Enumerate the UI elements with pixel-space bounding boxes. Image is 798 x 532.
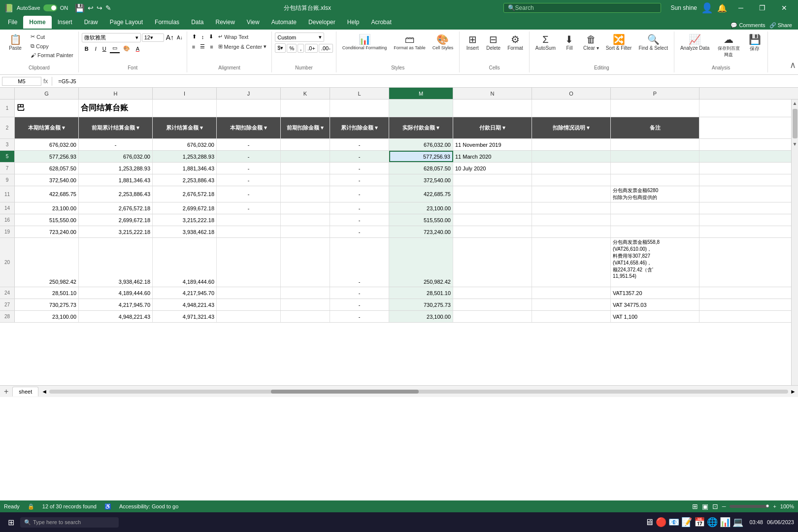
format-painter-button[interactable]: 🖌 Format Painter [29, 51, 75, 59]
save-button[interactable]: 💾 保存 [745, 33, 765, 54]
cell-l1[interactable] [330, 100, 389, 117]
normal-view-button[interactable]: ⊞ [692, 502, 698, 510]
cell-k24[interactable] [281, 287, 330, 299]
tab-acrobat[interactable]: Acrobat [365, 16, 397, 29]
taskbar-app-2[interactable]: 🔴 [656, 517, 666, 528]
page-break-view-button[interactable]: ⊡ [712, 502, 718, 510]
scroll-down-arrow[interactable]: ▼ [792, 140, 798, 148]
tab-data[interactable]: Data [185, 16, 209, 29]
find-select-button[interactable]: 🔍 Find & Select [635, 33, 670, 53]
cell-j28[interactable] [217, 311, 281, 322]
tab-page-layout[interactable]: Page Layout [104, 16, 149, 29]
cell-m16[interactable]: 515,550.00 [389, 214, 453, 226]
cell-k9[interactable] [281, 174, 330, 186]
cell-l16[interactable]: - [330, 214, 389, 226]
cell-p27[interactable]: VAT 34775.03 [611, 299, 699, 310]
cell-k7[interactable] [281, 163, 330, 174]
cell-p20[interactable]: 分包商发票金额558,8 (VAT26,610.00)， 料费用等307,827… [611, 238, 699, 287]
function-wizard-icon[interactable]: fx [43, 78, 48, 85]
cell-i14[interactable]: 2,699,672.18 [153, 202, 217, 214]
col-header-p[interactable]: P [611, 88, 699, 99]
percent-button[interactable]: % [287, 44, 297, 53]
cell-m11[interactable]: 422,685.75 [389, 186, 453, 202]
cell-k20[interactable] [281, 238, 330, 287]
cell-n5[interactable]: 11 March 2020 [453, 151, 532, 162]
decrease-font-size-button[interactable]: A↓ [176, 34, 184, 41]
cell-g9[interactable]: 372,540.00 [15, 174, 79, 186]
cell-l5[interactable]: - [330, 151, 389, 162]
scroll-right-arrow[interactable]: ► [790, 388, 796, 395]
cell-j9[interactable]: - [217, 174, 281, 186]
align-bottom-button[interactable]: ⬇ [207, 33, 215, 41]
merge-center-button[interactable]: ⊞ Merge & Center ▾ [216, 42, 269, 51]
cell-j19[interactable] [217, 226, 281, 237]
cell-n14[interactable] [453, 202, 532, 214]
border-button[interactable]: ▭ [110, 44, 120, 53]
align-top-button[interactable]: ⬆ [190, 33, 199, 41]
cell-h24[interactable]: 4,189,444.60 [79, 287, 153, 299]
wrap-text-button[interactable]: ↵ Wrap Text [216, 33, 250, 41]
cell-j5[interactable]: - [217, 151, 281, 162]
title-search-input[interactable] [515, 4, 643, 11]
cell-i11[interactable]: 2,676,572.18 [153, 186, 217, 202]
redo-icon[interactable]: ↪ [97, 4, 102, 12]
cell-p3[interactable] [611, 139, 699, 150]
cell-g20[interactable]: 250,982.42 [15, 238, 79, 287]
cell-n1[interactable] [453, 100, 532, 117]
cell-m1[interactable] [389, 100, 453, 117]
cell-l28[interactable]: - [330, 311, 389, 322]
cell-o16[interactable] [532, 214, 611, 226]
cell-n2[interactable]: 付款日期 ▾ [453, 117, 532, 138]
format-button[interactable]: ⚙ Format [504, 33, 526, 53]
cell-styles-button[interactable]: 🎨 Cell Styles [430, 33, 457, 52]
conditional-formatting-button[interactable]: 📊 Conditional Formatting [339, 33, 390, 52]
cell-m3[interactable]: 676,032.00 [389, 139, 453, 150]
cell-m20[interactable]: 250,982.42 [389, 238, 453, 287]
cell-h9[interactable]: 1,881,346.43 [79, 174, 153, 186]
cell-h27[interactable]: 4,217,945.70 [79, 299, 153, 310]
cell-n19[interactable] [453, 226, 532, 237]
cell-k2[interactable]: 前期扣除金额 ▾ [281, 117, 330, 138]
cell-l11[interactable]: - [330, 186, 389, 202]
cell-k28[interactable] [281, 311, 330, 322]
cell-m24[interactable]: 28,501.10 [389, 287, 453, 299]
close-button[interactable]: ✕ [774, 1, 794, 15]
cell-o3[interactable] [532, 139, 611, 150]
cell-i24[interactable]: 4,217,945.70 [153, 287, 217, 299]
sort-filter-button[interactable]: 🔀 Sort & Filter [603, 33, 635, 53]
cell-h20[interactable]: 3,938,462.18 [79, 238, 153, 287]
cell-k1[interactable] [281, 100, 330, 117]
cell-h16[interactable]: 2,699,672.18 [79, 214, 153, 226]
scroll-thumb[interactable] [793, 109, 798, 138]
cell-h11[interactable]: 2,253,886.43 [79, 186, 153, 202]
cell-h19[interactable]: 3,215,222.18 [79, 226, 153, 237]
cut-button[interactable]: ✂ Cut [29, 33, 75, 41]
cell-h5[interactable]: 676,032.00 [79, 151, 153, 162]
font-color-button[interactable]: A [133, 45, 142, 53]
cell-o11[interactable] [532, 186, 611, 202]
horizontal-scroll[interactable]: ◄ ► [39, 386, 798, 398]
col-header-m[interactable]: M [389, 88, 453, 99]
cell-i20[interactable]: 4,189,444.60 [153, 238, 217, 287]
cell-o14[interactable] [532, 202, 611, 214]
tab-formulas[interactable]: Formulas [149, 16, 185, 29]
cell-k11[interactable] [281, 186, 330, 202]
comments-button[interactable]: 💬 Comments [731, 22, 765, 29]
cell-g3[interactable]: 676,032.00 [15, 139, 79, 150]
currency-button[interactable]: $▾ [275, 43, 286, 53]
cell-o5[interactable] [532, 151, 611, 162]
cell-o20[interactable] [532, 238, 611, 287]
cell-p19[interactable] [611, 226, 699, 237]
zoom-slider[interactable] [730, 505, 769, 508]
cell-o2[interactable]: 扣除情况说明 ▾ [532, 117, 611, 138]
scroll-up-arrow[interactable]: ▲ [792, 100, 798, 107]
cell-n20[interactable] [453, 238, 532, 287]
cell-m14[interactable]: 23,100.00 [389, 202, 453, 214]
col-header-o[interactable]: O [532, 88, 611, 99]
cell-g2[interactable]: 本期结算金额 ▾ [15, 117, 79, 138]
cell-g7[interactable]: 628,057.50 [15, 163, 79, 174]
add-sheet-button[interactable]: + [0, 386, 12, 397]
autosave-toggle[interactable] [43, 4, 57, 11]
cell-g14[interactable]: 23,100.00 [15, 202, 79, 214]
cell-m5[interactable]: 577,256.93 [389, 151, 453, 162]
